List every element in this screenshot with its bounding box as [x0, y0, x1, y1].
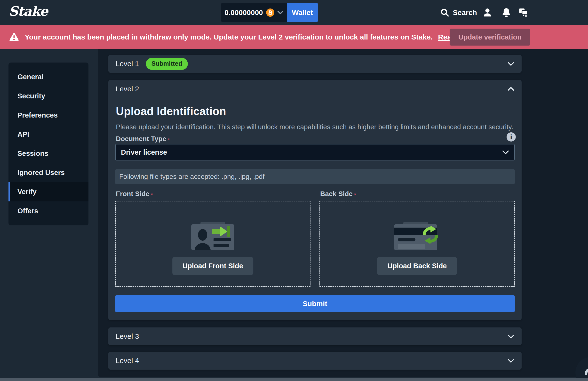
level4-label: Level 4	[116, 357, 139, 365]
front-side-dropzone[interactable]: Upload Front Side	[115, 201, 311, 287]
search-label: Search	[453, 8, 477, 17]
chevron-down-icon	[277, 11, 283, 14]
profile-button[interactable]	[483, 0, 492, 25]
settings-nav: General Security Preferences API Session…	[8, 63, 88, 225]
chat-bubbles-icon	[519, 8, 528, 17]
chat-button[interactable]	[519, 0, 528, 25]
submit-button[interactable]: Submit	[115, 295, 515, 312]
sidebar-item-preferences[interactable]: Preferences	[8, 106, 88, 125]
search-icon	[441, 8, 449, 17]
id-card-back-icon	[394, 222, 440, 250]
sidebar-item-security[interactable]: Security	[8, 86, 88, 106]
banner-message: Your account has been placed in withdraw…	[25, 33, 433, 41]
profile-icon	[483, 8, 492, 17]
document-type-select[interactable]: Driver license	[115, 144, 515, 160]
sidebar-item-sessions[interactable]: Sessions	[8, 144, 88, 163]
chevron-down-icon	[507, 335, 514, 339]
level4-accordion: Level 4	[108, 352, 522, 370]
chevron-down-icon	[507, 359, 514, 363]
required-asterisk: *	[168, 138, 169, 142]
level1-accordion: Level 1 Submitted	[108, 55, 522, 73]
top-nav: Stake 0.00000000 ₿ Wallet Search	[0, 0, 588, 25]
level3-accordion: Level 3	[108, 327, 522, 345]
stake-logo[interactable]: Stake	[9, 3, 48, 19]
id-card-front-icon	[191, 222, 234, 250]
level2-label: Level 2	[116, 85, 139, 93]
front-side-label: Front Side*	[116, 190, 153, 198]
back-side-label: Back Side*	[320, 190, 356, 198]
upload-front-side-button[interactable]: Upload Front Side	[172, 257, 253, 275]
update-verification-button[interactable]: Update verification	[450, 29, 530, 45]
balance-selector[interactable]: 0.00000000 ₿	[221, 3, 287, 22]
sidebar-item-api[interactable]: API	[8, 125, 88, 144]
chevron-up-icon	[507, 87, 514, 91]
bitcoin-icon: ₿	[265, 7, 275, 17]
level4-header[interactable]: Level 4	[108, 352, 522, 370]
page-description: Please upload your identification. This …	[116, 123, 513, 131]
level3-label: Level 3	[116, 332, 139, 340]
level1-status-badge: Submitted	[146, 58, 188, 70]
settings-sidebar-column: General Security Preferences API Session…	[0, 49, 98, 381]
document-type-label: Document Type*	[116, 135, 169, 143]
required-asterisk: *	[151, 193, 152, 197]
sidebar-item-general[interactable]: General	[8, 67, 88, 86]
level3-header[interactable]: Level 3	[108, 327, 522, 345]
sidebar-item-offers[interactable]: Offers	[8, 201, 88, 221]
file-types-note: Following file types are accepted: .png,…	[115, 169, 515, 184]
level2-accordion: Level 2 Upload Identification Please upl…	[108, 80, 522, 320]
level2-header[interactable]: Level 2	[108, 80, 522, 98]
required-asterisk: *	[354, 193, 356, 197]
wallet-button[interactable]: Wallet	[287, 3, 318, 22]
bell-icon	[502, 8, 511, 18]
page-title: Upload Identification	[116, 105, 226, 118]
chevron-down-icon	[502, 150, 509, 154]
chevron-down-icon	[507, 62, 514, 66]
sidebar-item-verify[interactable]: Verify	[8, 182, 88, 201]
notifications-button[interactable]	[502, 0, 511, 25]
upload-back-side-button[interactable]: Upload Back Side	[377, 257, 457, 275]
back-side-dropzone[interactable]: Upload Back Side	[319, 201, 515, 287]
warning-icon	[9, 32, 19, 42]
verify-main: Level 1 Submitted Level 2 Upload Identif…	[98, 49, 588, 377]
horizontal-scrollbar[interactable]	[0, 378, 588, 381]
level1-label: Level 1	[116, 60, 139, 68]
document-type-value: Driver license	[121, 148, 167, 156]
search-button[interactable]: Search	[441, 0, 477, 25]
level1-header[interactable]: Level 1 Submitted	[108, 55, 522, 73]
sidebar-item-ignored-users[interactable]: Ignored Users	[8, 163, 88, 182]
withdraw-mode-banner: Your account has been placed in withdraw…	[0, 25, 588, 49]
info-icon[interactable]: i	[506, 132, 516, 142]
balance-value: 0.00000000	[224, 8, 263, 17]
